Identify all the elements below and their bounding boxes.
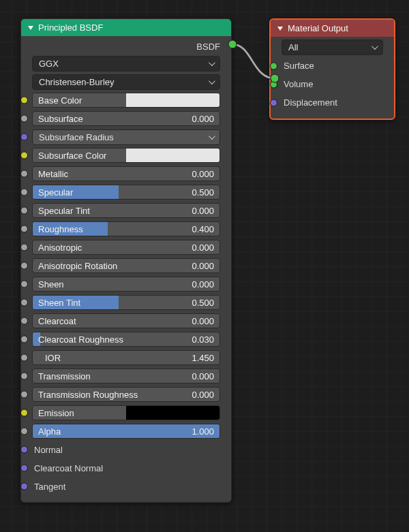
socket-cc-normal[interactable] [20, 465, 28, 472]
collapse-icon[interactable] [28, 26, 33, 30]
roughness-row: Roughness0.400 [32, 221, 220, 237]
slider-label: Transmission Roughness [38, 390, 138, 400]
slider-label: Specular Tint [38, 206, 90, 216]
socket-ior[interactable] [20, 354, 28, 362]
node-material-output[interactable]: Material Output All Surface Volume Displ… [269, 18, 395, 120]
socket-sss-color[interactable] [20, 152, 28, 159]
emission-field[interactable]: Emission [32, 405, 220, 420]
slider-value: 0.000 [192, 261, 214, 271]
socket-tangent[interactable] [20, 483, 28, 490]
socket-cc-rough[interactable] [20, 336, 28, 343]
slider-value: 1.000 [192, 426, 214, 437]
node-header[interactable]: Material Output [271, 20, 394, 37]
socket-surface[interactable] [270, 62, 277, 69]
socket-specular[interactable] [20, 189, 28, 196]
slider-label: Clearcoat Roughness [38, 334, 123, 345]
socket-anisotropic[interactable] [20, 244, 28, 251]
sss-method-dropdown-row: Christensen-Burley [32, 74, 220, 90]
distribution-value: GGX [39, 59, 59, 69]
socket-transmission[interactable] [20, 373, 28, 380]
socket-aniso-rot[interactable] [20, 262, 28, 270]
slider-value: 0.000 [192, 316, 214, 326]
roughness-slider[interactable]: Roughness0.400 [32, 221, 220, 236]
node-header[interactable]: Principled BSDF [21, 19, 231, 36]
socket-sheen[interactable] [20, 281, 28, 288]
subsurface-slider[interactable]: Subsurface 0.000 [32, 111, 220, 126]
tr-rough-row: Transmission Roughness0.000 [32, 386, 220, 403]
slider-value: 0.000 [192, 206, 214, 216]
normal-row: Normal [32, 441, 220, 458]
slider-label: Specular [38, 187, 73, 198]
node-title: Material Output [288, 23, 348, 33]
socket-roughness[interactable] [20, 225, 28, 233]
base-color-label: Base Color [33, 93, 126, 107]
tr-rough-slider[interactable]: Transmission Roughness0.000 [32, 387, 220, 402]
slider-label: Anisotropic [38, 242, 82, 253]
base-color-row: Base Color [32, 92, 220, 108]
alpha-slider[interactable]: Alpha1.000 [32, 424, 220, 439]
node-principled-bsdf[interactable]: Principled BSDF BSDF GGX Christensen-Bur… [20, 18, 232, 503]
collapse-icon[interactable] [277, 27, 283, 31]
socket-normal[interactable] [20, 446, 28, 454]
socket-volume[interactable] [270, 80, 277, 88]
chevron-down-icon [209, 78, 215, 84]
socket-displacement[interactable] [270, 99, 277, 106]
socket-metallic[interactable] [20, 170, 28, 178]
specular-tint-slider[interactable]: Specular Tint0.000 [32, 203, 220, 218]
socket-base-color[interactable] [20, 97, 28, 104]
cc-rough-slider[interactable]: Clearcoat Roughness0.030 [32, 332, 220, 347]
ior-slider[interactable]: IOR1.450 [32, 350, 220, 365]
distribution-dropdown[interactable]: GGX [32, 56, 220, 72]
sss-method-dropdown[interactable]: Christensen-Burley [32, 74, 220, 90]
slider-value: 0.030 [192, 334, 214, 345]
socket-specular-tint[interactable] [20, 207, 28, 215]
sss-radius-row: Subsurface Radius [32, 129, 220, 145]
specular-slider[interactable]: Specular0.500 [32, 185, 220, 200]
slider-value: 0.000 [192, 390, 214, 400]
displacement-row: Displacement [282, 95, 383, 110]
emission-row: Emission [32, 405, 220, 421]
sss-color-swatch[interactable] [126, 148, 219, 162]
chevron-down-icon [209, 133, 215, 140]
socket-clearcoat[interactable] [20, 317, 28, 325]
target-value: All [288, 42, 298, 52]
alpha-row: Alpha1.000 [32, 423, 220, 439]
displacement-label: Displacement [282, 97, 337, 108]
cc-rough-row: Clearcoat Roughness0.030 [32, 331, 220, 347]
volume-label: Volume [282, 79, 313, 89]
slider-value: 0.000 [192, 242, 214, 253]
slider-value: 0.000 [192, 371, 214, 381]
sss-color-row: Subsurface Color [32, 147, 220, 163]
metallic-row: Metallic0.000 [32, 166, 220, 182]
sheen-row: Sheen0.000 [32, 276, 220, 292]
normal-label: Normal [32, 445, 63, 455]
metallic-slider[interactable]: Metallic0.000 [32, 166, 220, 181]
sss-color-label: Subsurface Color [33, 148, 126, 162]
surface-label: Surface [282, 61, 314, 71]
anisotropic-row: Anisotropic0.000 [32, 239, 220, 255]
aniso-rot-slider[interactable]: Anisotropic Rotation0.000 [32, 258, 220, 273]
clearcoat-slider[interactable]: Clearcoat0.000 [32, 313, 220, 328]
socket-tr-rough[interactable] [20, 391, 28, 398]
socket-sheen-tint[interactable] [20, 299, 28, 307]
socket-sss-radius[interactable] [20, 134, 28, 141]
anisotropic-slider[interactable]: Anisotropic0.000 [32, 240, 220, 255]
slider-label: Alpha [38, 426, 61, 437]
chevron-down-icon [209, 59, 215, 66]
sheen-tint-slider[interactable]: Sheen Tint0.500 [32, 295, 220, 310]
transmission-slider[interactable]: Transmission0.000 [32, 369, 220, 384]
socket-emission[interactable] [20, 409, 28, 417]
base-color-field[interactable]: Base Color [32, 93, 220, 108]
sss-color-field[interactable]: Subsurface Color [32, 148, 220, 163]
socket-alpha[interactable] [20, 428, 28, 435]
node-body: BSDF GGX Christensen-Burley Base Color [21, 36, 231, 502]
slider-label: Roughness [38, 224, 83, 234]
sss-radius-dropdown[interactable]: Subsurface Radius [32, 129, 220, 145]
base-color-swatch[interactable] [126, 93, 219, 107]
target-dropdown[interactable]: All [282, 40, 383, 55]
emission-swatch[interactable] [126, 406, 219, 420]
sheen-slider[interactable]: Sheen0.000 [32, 277, 220, 292]
socket-subsurface[interactable] [20, 115, 28, 123]
slider-label: Clearcoat [38, 316, 76, 326]
slider-label: Subsurface [38, 114, 83, 124]
